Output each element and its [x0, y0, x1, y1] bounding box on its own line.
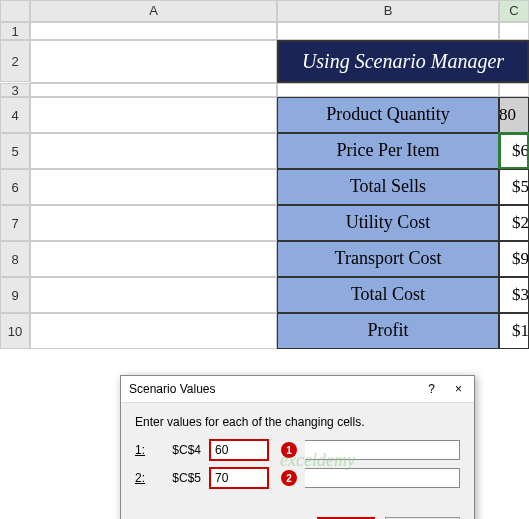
label-price-per-item[interactable]: Price Per Item: [277, 133, 499, 169]
label-transport-cost[interactable]: Transport Cost: [277, 241, 499, 277]
input-index-2: 2:: [135, 471, 149, 485]
cell-C1[interactable]: [499, 22, 529, 40]
row-header-9[interactable]: 9: [0, 277, 30, 313]
cell-C3[interactable]: [499, 83, 529, 97]
col-header-B[interactable]: B: [277, 0, 499, 22]
input-row-1: 1: $C$4 1: [135, 439, 460, 461]
value-utility-cost[interactable]: $2,500.00: [499, 205, 529, 241]
cell-B1[interactable]: [277, 22, 499, 40]
close-icon[interactable]: ×: [451, 382, 466, 396]
label-product-quantity[interactable]: Product Quantity: [277, 97, 499, 133]
label-profit[interactable]: Profit: [277, 313, 499, 349]
value-product-quantity[interactable]: 80: [499, 97, 529, 133]
callout-1: 1: [281, 442, 297, 458]
col-header-C[interactable]: C: [499, 0, 529, 22]
input-ref-2: $C$5: [157, 471, 201, 485]
row-header-4[interactable]: 4: [0, 97, 30, 133]
value-price-per-item[interactable]: $65.00: [499, 133, 529, 169]
spreadsheet-grid: A B C 1 2 Using Scenario Manager 3 4 Pro…: [0, 0, 529, 349]
dialog-titlebar[interactable]: Scenario Values ? ×: [121, 376, 474, 403]
dialog-title-text: Scenario Values: [129, 382, 216, 396]
value-total-cost[interactable]: $3,450.00: [499, 277, 529, 313]
cell-A7[interactable]: [30, 205, 277, 241]
row-header-7[interactable]: 7: [0, 205, 30, 241]
row-header-5[interactable]: 5: [0, 133, 30, 169]
input-row-2: 2: $C$5 2: [135, 467, 460, 489]
row-header-6[interactable]: 6: [0, 169, 30, 205]
cell-A1[interactable]: [30, 22, 277, 40]
cell-A8[interactable]: [30, 241, 277, 277]
title-cell[interactable]: Using Scenario Manager: [277, 40, 529, 83]
select-all-corner[interactable]: [0, 0, 30, 22]
label-total-cost[interactable]: Total Cost: [277, 277, 499, 313]
row-header-1[interactable]: 1: [0, 22, 30, 40]
row-header-8[interactable]: 8: [0, 241, 30, 277]
label-utility-cost[interactable]: Utility Cost: [277, 205, 499, 241]
input-extension-1[interactable]: [305, 440, 460, 460]
dialog-instruction: Enter values for each of the changing ce…: [135, 415, 460, 429]
help-icon[interactable]: ?: [424, 382, 439, 396]
callout-2: 2: [281, 470, 297, 486]
row-header-10[interactable]: 10: [0, 313, 30, 349]
value-total-sells[interactable]: $5,200.00: [499, 169, 529, 205]
cell-B3[interactable]: [277, 83, 499, 97]
value-profit[interactable]: $1,750.00: [499, 313, 529, 349]
col-header-A[interactable]: A: [30, 0, 277, 22]
cell-A6[interactable]: [30, 169, 277, 205]
cell-A4[interactable]: [30, 97, 277, 133]
input-value-2[interactable]: [209, 467, 269, 489]
input-ref-1: $C$4: [157, 443, 201, 457]
row-header-3[interactable]: 3: [0, 83, 30, 97]
cell-A3[interactable]: [30, 83, 277, 97]
input-extension-2[interactable]: [305, 468, 460, 488]
cell-A10[interactable]: [30, 313, 277, 349]
value-transport-cost[interactable]: $950.00: [499, 241, 529, 277]
input-index-1: 1:: [135, 443, 149, 457]
row-header-2[interactable]: 2: [0, 40, 30, 82]
scenario-values-dialog: Scenario Values ? × Enter values for eac…: [120, 375, 475, 519]
label-total-sells[interactable]: Total Sells: [277, 169, 499, 205]
input-value-1[interactable]: [209, 439, 269, 461]
cell-A2[interactable]: [30, 40, 277, 83]
cell-A9[interactable]: [30, 277, 277, 313]
cell-A5[interactable]: [30, 133, 277, 169]
